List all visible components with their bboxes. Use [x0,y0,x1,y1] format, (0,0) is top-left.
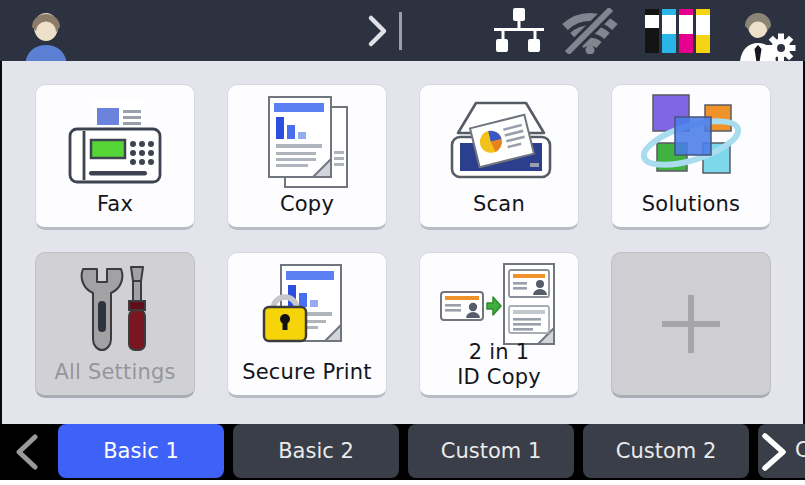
tile-label: All Settings [36,360,194,384]
wifi-status-button[interactable] [560,0,620,61]
tile-label: 2 in 1 ID Copy [420,340,578,390]
prev-chevron-icon [12,434,42,470]
id-copy-icon [440,262,558,348]
ink-cartridge-cyan [662,9,676,53]
gear-icon [767,33,796,61]
admin-user-gear-icon [734,8,796,62]
tile-label: Solutions [612,192,770,216]
next-tabs-button[interactable] [757,433,791,475]
admin-settings-button[interactable] [734,0,796,61]
wired-network-icon [492,8,546,54]
expand-chevron-icon [366,12,390,50]
next-chevron-icon [757,433,791,471]
tile-secure-print[interactable]: Secure Print [227,252,387,398]
fax-icon [65,98,165,186]
plus-icon [660,293,722,355]
tile-2in1-id-copy[interactable]: 2 in 1 ID Copy [419,252,579,398]
ink-cartridge-black [645,9,659,53]
wifi-off-icon [560,8,620,54]
tab-custom-1[interactable]: Custom 1 [408,424,574,478]
top-status-bar [0,0,805,61]
ink-cartridge-magenta [679,9,693,53]
copy-icon [263,95,351,191]
tile-add-shortcut[interactable] [611,252,771,398]
tile-all-settings[interactable]: All Settings [35,252,195,398]
tab-custom-2[interactable]: Custom 2 [583,424,749,478]
tile-copy[interactable]: Copy [227,84,387,230]
secure-print-lock-icon [259,263,355,357]
shortcuts-expand-control[interactable] [366,0,402,61]
scan-icon [444,99,554,187]
tile-label: Secure Print [228,360,386,384]
tile-scan[interactable]: Scan [419,84,579,230]
solutions-icon [639,93,743,187]
tile-solutions[interactable]: Solutions [611,84,771,230]
tab-basic-1[interactable]: Basic 1 [58,424,224,478]
divider [399,12,402,50]
home-shortcut-grid: Fax [0,61,805,424]
printer-touchscreen: Fax [0,0,805,485]
tile-fax[interactable]: Fax [35,84,195,230]
bottom-bezel-strip [0,480,805,485]
ink-toner-levels-button[interactable] [645,0,710,61]
tools-icon [73,265,157,355]
tile-label: Scan [420,192,578,216]
tab-basic-2[interactable]: Basic 2 [233,424,399,478]
ink-cartridge-yellow [696,9,710,53]
wired-network-status-button[interactable] [492,0,546,61]
user-avatar-icon [12,7,80,62]
home-tab-bar: Basic 1 Basic 2 Custom 1 Custom 2 C [0,424,805,480]
prev-tabs-button[interactable] [12,434,42,474]
user-login-button[interactable] [12,0,80,61]
tile-label: Copy [228,192,386,216]
tab-list: Basic 1 Basic 2 Custom 1 Custom 2 [58,424,749,478]
tile-label: Fax [36,192,194,216]
